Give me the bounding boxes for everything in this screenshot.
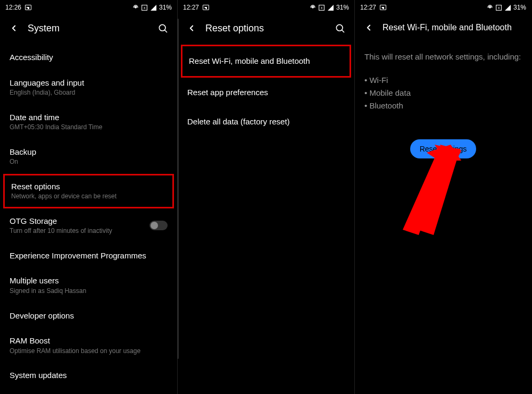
picture-icon [202,4,210,11]
item-factory-reset[interactable]: Delete all data (factory reset) [178,107,354,137]
reset-settings-button[interactable]: Reset settings [410,139,477,158]
back-icon[interactable] [9,23,19,33]
header: Reset Wi-Fi, mobile and Bluetooth [355,15,531,44]
item-sub: English (India), Gboard [10,89,168,97]
item-accessibility[interactable]: Accessibility [0,45,177,70]
item-title: Languages and input [10,78,168,88]
item-sub: On [10,158,168,166]
item-sub: Optimise RAM utilisation based on your u… [10,347,168,356]
status-time: 12:26 [5,4,21,11]
bullet-wifi: • Wi-Fi [364,74,522,87]
bullet-mobile-data: • Mobile data [364,87,522,99]
battery-percent: 31% [513,4,526,11]
svg-point-5 [312,7,313,8]
status-bar: 12:26 x 31% [0,0,177,15]
search-icon[interactable] [334,22,346,34]
status-time: 12:27 [183,4,199,11]
page-title: Reset options [205,23,326,34]
item-reset-wifi-mobile-bluetooth[interactable]: Reset Wi-Fi, mobile and Bluetooth [181,45,351,78]
otg-toggle[interactable] [149,221,168,230]
item-datetime[interactable]: Date and time GMT+05:30 India Standard T… [0,105,177,139]
item-ram-boost[interactable]: RAM Boost Optimise RAM utilisation based… [0,328,177,363]
panel-system: 12:26 x 31% System Accessibility Languag… [0,0,177,394]
data-icon: x [318,4,326,11]
status-time: 12:27 [360,4,376,11]
svg-point-0 [135,7,136,8]
signal-icon [504,4,512,11]
search-icon[interactable] [157,22,169,34]
item-developer-options[interactable]: Developer options [0,303,177,329]
item-title: Reset Wi-Fi, mobile and Bluetooth [189,56,343,66]
bullet-list: • Wi-Fi • Mobile data • Bluetooth [355,71,531,112]
svg-text:x: x [144,6,146,10]
header: System [0,15,177,45]
panel-reset-options: 12:27 x 31% Reset options Reset Wi-Fi, m… [177,0,354,394]
back-icon[interactable] [363,22,374,33]
item-backup[interactable]: Backup On [0,139,177,174]
data-icon: x [495,4,503,11]
item-title: Delete all data (factory reset) [187,116,345,127]
item-sub: GMT+05:30 India Standard Time [10,123,168,132]
item-reset-options[interactable]: Reset options Network, apps or device ca… [3,174,174,208]
battery-percent: 31% [336,4,349,11]
item-title: Backup [10,147,168,157]
divider-icon [177,19,179,359]
item-title: Date and time [10,112,168,123]
item-sub: Turn off after 10 minutes of inactivity [10,227,149,236]
signal-icon [327,4,335,11]
description: This will reset all network settings, in… [355,44,531,71]
item-title: Reset app preferences [187,87,345,98]
item-sub: Network, apps or device can be reset [11,192,166,201]
hotspot-icon [486,4,494,11]
hotspot-icon [132,4,139,11]
item-experience-improvement[interactable]: Experience Improvement Programmes [0,243,177,269]
data-icon: x [141,4,148,11]
page-title: Reset Wi-Fi, mobile and Bluetooth [383,23,523,32]
svg-line-4 [165,30,167,32]
settings-list: Accessibility Languages and input Englis… [0,45,177,394]
picture-icon [24,4,32,11]
page-title: System [28,23,148,34]
hotspot-icon [309,4,317,11]
header: Reset options [178,15,354,45]
svg-line-9 [342,30,344,32]
item-title: System updates [10,370,168,381]
reset-network-content: This will reset all network settings, in… [355,44,531,394]
item-title: Developer options [10,311,168,321]
item-reset-app-preferences[interactable]: Reset app preferences [178,78,354,107]
item-languages[interactable]: Languages and input English (India), Gbo… [0,70,177,105]
svg-point-10 [489,7,491,8]
item-otg-storage[interactable]: OTG Storage Turn off after 10 minutes of… [0,208,177,243]
item-sub: Signed in as Sadiq Hassan [10,287,168,296]
svg-text:x: x [498,6,500,10]
svg-text:x: x [321,6,323,10]
status-bar: 12:27 x 31% [355,0,531,15]
reset-list: Reset Wi-Fi, mobile and Bluetooth Reset … [178,45,354,394]
item-title: Reset options [11,181,166,192]
status-bar: 12:27 x 31% [178,0,354,15]
item-title: RAM Boost [10,336,168,346]
item-title: Multiple users [10,275,168,286]
item-title: Experience Improvement Programmes [10,250,168,261]
item-title: OTG Storage [10,216,149,227]
battery-percent: 31% [159,4,172,11]
svg-marker-15 [414,147,460,235]
back-icon[interactable] [186,23,197,33]
bullet-bluetooth: • Bluetooth [364,99,522,112]
panel-reset-network: 12:27 x 31% Reset Wi-Fi, mobile and Blue… [354,0,531,394]
item-multiple-users[interactable]: Multiple users Signed in as Sadiq Hassan [0,268,177,303]
item-system-updates[interactable]: System updates [0,363,177,388]
signal-icon [150,4,157,11]
item-title: Accessibility [10,52,168,63]
picture-icon [379,4,387,11]
